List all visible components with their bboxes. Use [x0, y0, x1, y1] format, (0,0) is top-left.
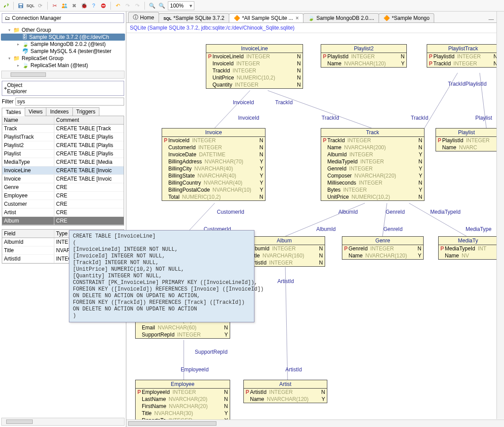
entity-column: PPlaylistIdINTEGERN: [321, 53, 406, 60]
svg-line-14: [409, 203, 466, 236]
entity-title: Employee: [136, 380, 230, 389]
entity-track[interactable]: TrackPTrackIdINTEGERNNameNVARCHAR(200)NA…: [321, 128, 424, 201]
redo2-icon[interactable]: ↷: [133, 1, 142, 10]
table-row[interactable]: InvoiceLineCREATE TABLE [Invoic: [2, 166, 124, 175]
sql-icon[interactable]: SQL: [26, 1, 35, 10]
entity-column: NameNVARCHAR(120)Y: [321, 60, 406, 67]
tools-icon[interactable]: ✖: [70, 1, 79, 10]
entity-column: TitleNVARCHAR(160)N: [244, 252, 325, 259]
tree-item[interactable]: ▸🍃Sample MongoDB 2.0.2 (@test): [1, 41, 125, 48]
entity-playlist[interactable]: PlaylistPPlaylistIdINTEGERNameNVARC: [436, 128, 497, 151]
entity-title: Playlist: [436, 128, 497, 137]
tab-icon: 🔶: [383, 15, 390, 21]
relation-label: Playlist: [475, 115, 492, 121]
entity-artist[interactable]: ArtistPArtistIdINTEGERNNameNVARCHAR(120)…: [243, 380, 327, 403]
entity-employee[interactable]: EmployeePEmployeeIdINTEGERNLastNameNVARC…: [135, 380, 230, 424]
doctab[interactable]: 🔶*Sample Mongo: [379, 13, 434, 23]
tab-views[interactable]: Views: [25, 107, 47, 116]
entity-column: BillingCityNVARCHAR(40)Y: [162, 165, 265, 172]
save-icon[interactable]: [16, 1, 25, 10]
entity-mediatype[interactable]: MediaTyPMediaTypeIdINTNameNV: [438, 236, 498, 260]
tree-item[interactable]: 🗄Sample SQLite 3.7.2 (@c:/dev/Ch: [1, 34, 125, 41]
doctab[interactable]: ⓘHome: [128, 12, 159, 23]
entity-column: PMediaTypeIdINT: [439, 245, 497, 252]
zoomout-icon[interactable]: 🔍: [148, 1, 156, 10]
entity-playlisttrack[interactable]: PlaylistTrackPPlaylistIdINTEGERNPTrackId…: [427, 44, 500, 68]
filter-row: Filter: [0, 97, 126, 106]
connection-tree[interactable]: ▾📁Other Group🗄Sample SQLite 3.7.2 (@c:/d…: [0, 25, 126, 69]
entity-title: Genre: [342, 237, 423, 245]
entity-column: BillingStateNVARCHAR(40)Y: [162, 172, 265, 179]
entity-column: QuantityINTEGERN: [206, 81, 303, 88]
table-row[interactable]: MediaTypeCREATE TABLE [Media: [2, 158, 124, 166]
tabs-minimize-icon[interactable]: —: [487, 16, 495, 23]
refresh-icon[interactable]: ⟳: [36, 1, 45, 10]
chevron-down-icon[interactable]: ▾: [189, 3, 192, 9]
entity-genre[interactable]: GenrePGenreIdINTEGERNNameNVARCHAR(120)Y: [342, 236, 424, 260]
diagram-hscroll[interactable]: [126, 419, 504, 427]
table-row[interactable]: GenreCRE: [2, 183, 124, 192]
entity-title: Album: [244, 237, 325, 245]
filter-input[interactable]: [15, 98, 124, 106]
fields-hscroll[interactable]: [1, 418, 125, 426]
entity-invoice[interactable]: InvoicePInvoiceIdINTEGERNCustomerIdINTEG…: [162, 128, 265, 201]
relation-label: TrackId: [411, 115, 428, 121]
tab-tables[interactable]: Tables: [2, 108, 25, 116]
redo-icon[interactable]: ↷: [123, 1, 132, 10]
doctab[interactable]: 🔶*All Sample SQLite ...×: [229, 13, 303, 23]
connection-manager-label: Connection Manager: [12, 15, 61, 21]
doctab[interactable]: SQL*Sample SQLite 3.7.2: [159, 13, 229, 23]
tree-group[interactable]: ▾📁Other Group: [1, 26, 125, 34]
table-row[interactable]: TrackCREATE TABLE [Track: [2, 125, 124, 133]
entity-column: CustomerIdINTEGERN: [162, 144, 265, 151]
tab-indexes[interactable]: Indexes: [46, 107, 72, 116]
help-icon[interactable]: ?: [89, 1, 98, 10]
entity-title: Artist: [244, 380, 327, 389]
doctab[interactable]: 🍃Sample MongoDB 2.0....: [303, 13, 379, 23]
table-row[interactable]: Playlist2CREATE TABLE [Playlis: [2, 141, 124, 150]
zoomin-icon[interactable]: 🔍: [157, 1, 166, 10]
entity-invoiceline[interactable]: InvoiceLinePInvoiceLineIdINTEGERNInvoice…: [206, 44, 303, 89]
tree-hscroll[interactable]: [1, 71, 125, 79]
tree-group[interactable]: ▾📁ReplicaSet Group: [1, 55, 125, 62]
cut-icon[interactable]: ✂: [50, 1, 59, 10]
object-explorer-title: ⌖ Object Explorer: [2, 81, 124, 96]
entity-title: Track: [321, 128, 424, 137]
close-icon[interactable]: ×: [296, 15, 299, 21]
entity-album[interactable]: AlbumPAlbumIdINTEGERNTitleNVARCHAR(160)N…: [243, 236, 325, 267]
table-row[interactable]: PlaylistCREATE TABLE [Playlis: [2, 150, 124, 158]
entity-playlist2[interactable]: Playlist2PPlaylistIdINTEGERNNameNVARCHAR…: [321, 44, 407, 68]
entity-column: PPlaylistIdINTEGERN: [427, 53, 499, 60]
tree-item[interactable]: ▸🍃ReplicaSet Main (@test): [1, 62, 125, 69]
table-row[interactable]: InvoiceCREATE TABLE [Invoic: [2, 175, 124, 183]
users-icon[interactable]: [60, 1, 69, 10]
table-row[interactable]: AlbumCRE: [2, 217, 124, 225]
entity-title: Playlist2: [321, 45, 406, 53]
document-tabs: ⓘHomeSQL*Sample SQLite 3.7.2🔶*All Sample…: [126, 11, 504, 23]
entity-column: BillingAddressNVARCHAR(70)Y: [162, 158, 265, 165]
bug-icon[interactable]: 🐞: [80, 1, 88, 10]
entity-column: BillingPostalCodeNVARCHAR(10)Y: [162, 186, 265, 193]
tables-grid[interactable]: NameCommentTrackCREATE TABLE [TrackPlayl…: [2, 116, 124, 226]
diagram-vscroll[interactable]: [496, 11, 504, 419]
entity-column: GenreIdINTEGERY: [321, 165, 424, 172]
relation-label: SupportRepId: [195, 349, 227, 355]
table-row[interactable]: CustomerCRE: [2, 200, 124, 208]
connect-icon[interactable]: [2, 1, 11, 10]
table-row[interactable]: PlaylistTrackCREATE TABLE [Playlis: [2, 133, 124, 141]
table-row[interactable]: EmployeeCRE: [2, 192, 124, 200]
zoom-input[interactable]: [170, 3, 188, 9]
zoom-select[interactable]: ▾: [168, 1, 194, 10]
tree-item[interactable]: 🐬Sample MySQL 5.4 (tester@tester: [1, 48, 125, 55]
undo-icon[interactable]: ↶: [114, 1, 122, 10]
tab-triggers[interactable]: Triggers: [72, 107, 100, 116]
svg-line-8: [268, 91, 371, 128]
db-icon: 🍃: [22, 62, 29, 68]
table-row[interactable]: ArtistCRE: [2, 208, 124, 217]
entity-column: PTrackIdINTEGERN: [321, 137, 424, 144]
entity-column: FirstNameNVARCHAR(20)N: [136, 403, 230, 410]
tab-icon: ⓘ: [133, 14, 138, 21]
entity-column: ArtistIdINTEGERN: [244, 259, 325, 266]
object-explorer-search[interactable]: [36, 85, 122, 91]
stop-icon[interactable]: [99, 1, 108, 10]
